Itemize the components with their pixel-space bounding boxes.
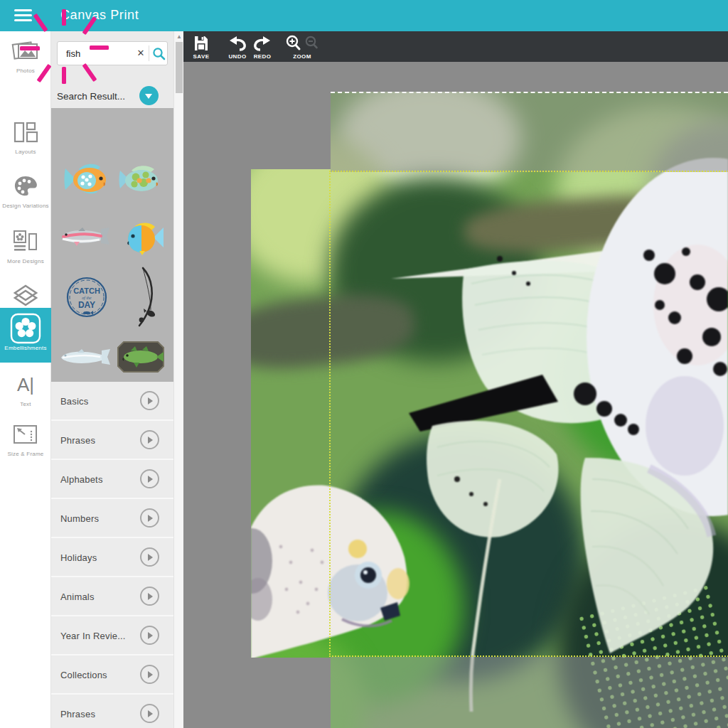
expand-icon[interactable]: [140, 626, 159, 645]
layouts-icon: [0, 118, 51, 146]
category-numbers[interactable]: Numbers: [51, 499, 173, 538]
page-title: Canvas Print: [60, 8, 139, 23]
divider: [149, 46, 149, 61]
canvas-strip-mask: [251, 658, 331, 728]
print-area-guide: [329, 171, 728, 657]
canvas-viewport[interactable]: [183, 62, 728, 728]
canvas-corner-mask: [251, 92, 331, 169]
redo-button[interactable]: REDO: [250, 31, 274, 62]
sidebar-item-label: Design Variations: [0, 203, 51, 209]
sidebar-item-more-designs[interactable]: More Designs: [0, 228, 51, 264]
category-basics[interactable]: Basics: [51, 382, 173, 421]
sidebar-item-embellishments[interactable]: Embellishments: [0, 308, 51, 363]
category-year-in-review[interactable]: Year In Revie...: [51, 616, 173, 655]
annotation-ray-n: [62, 9, 66, 26]
sticker-mounted-bass-plaque[interactable]: [117, 341, 165, 376]
sidebar-item-label: Layouts: [0, 149, 51, 155]
backgrounds-icon: [0, 282, 51, 310]
canvas-photo[interactable]: [251, 92, 728, 728]
category-accordion: Basics Phrases Alphabets Numbers Holiday…: [51, 382, 173, 728]
expand-icon[interactable]: [140, 391, 159, 410]
zoom-in-icon: [287, 36, 299, 49]
canvas-work-area: SAVE UNDO REDO: [183, 31, 728, 728]
sidebar-item-design-variations[interactable]: Design Variations: [0, 172, 51, 209]
embellishments-flower-icon: [0, 314, 51, 343]
sticker-pink-striped-trout[interactable]: [60, 227, 111, 250]
save-button[interactable]: SAVE: [189, 31, 213, 62]
size-frame-icon: [0, 420, 51, 449]
clear-search-icon[interactable]: ✕: [134, 47, 147, 60]
expand-icon[interactable]: [140, 587, 159, 606]
bleed-area-top: [331, 92, 728, 172]
search-icon[interactable]: [152, 47, 166, 63]
text-icon: A|: [17, 372, 34, 397]
expand-icon[interactable]: [140, 430, 159, 449]
category-phrases[interactable]: Phrases: [51, 421, 173, 460]
chevron-down-icon: [145, 94, 152, 102]
category-collections[interactable]: Collections: [51, 655, 173, 695]
menu-icon[interactable]: [14, 9, 32, 22]
zoom-out-icon: [306, 37, 317, 48]
expand-icon[interactable]: [140, 704, 159, 723]
app-header: Canvas Print: [0, 0, 728, 31]
sticker-teal-spotted-fish[interactable]: [119, 162, 163, 199]
redo-icon: [253, 35, 272, 52]
expand-icon[interactable]: [140, 469, 159, 488]
panel-scrollbar[interactable]: ▲: [173, 31, 183, 728]
sticker-orange-spotted-fish[interactable]: [63, 161, 110, 200]
category-alphabets[interactable]: Alphabets: [51, 460, 173, 499]
category-animals[interactable]: Animals: [51, 577, 173, 616]
embellishments-panel: ✕ Search Result...: [51, 31, 183, 728]
search-results-grid: CATCH of the DAY: [51, 108, 173, 382]
sticker-pale-blue-fish[interactable]: [59, 348, 112, 370]
sidebar-item-size-frame[interactable]: Size & Frame: [0, 420, 51, 457]
sticker-orange-blue-fish[interactable]: [118, 219, 164, 259]
undo-button[interactable]: UNDO: [225, 31, 250, 62]
sticker-catch-of-the-day-badge[interactable]: CATCH of the DAY: [63, 274, 110, 323]
sticker-fishing-rod[interactable]: [123, 266, 159, 331]
sidebar-item-layouts[interactable]: Layouts: [0, 118, 51, 155]
scrollbar-thumb[interactable]: [176, 42, 183, 93]
sidebar-item-label: Text: [0, 401, 51, 407]
tool-sidebar: Photos Layouts Design Variations: [0, 31, 51, 728]
undo-icon: [228, 35, 247, 52]
canvas-toolbar: SAVE UNDO REDO: [183, 31, 728, 62]
svg-text:CATCH: CATCH: [73, 287, 100, 295]
annotation-ray-e: [90, 46, 109, 50]
results-header: Search Result...: [57, 91, 125, 102]
more-designs-icon: [0, 228, 51, 256]
save-icon: [193, 35, 210, 52]
svg-text:DAY: DAY: [78, 300, 95, 310]
sidebar-item-photos[interactable]: Photos: [0, 37, 51, 74]
search-box: ✕: [57, 41, 168, 65]
category-phrases-2[interactable]: Phrases: [51, 695, 173, 728]
photos-icon: [0, 37, 51, 65]
palette-icon: [0, 172, 51, 200]
expand-icon[interactable]: [140, 508, 159, 528]
bleed-area-bottom: [331, 657, 728, 728]
sidebar-item-label: More Designs: [0, 258, 51, 264]
sidebar-item-label: Size & Frame: [0, 451, 51, 457]
annotation-ray-w: [20, 46, 40, 50]
sidebar-item-text[interactable]: A| Text: [0, 370, 51, 407]
scroll-up-icon[interactable]: ▲: [174, 33, 184, 40]
category-holidays[interactable]: Holidays: [51, 538, 173, 577]
annotation-ray-s: [62, 67, 66, 84]
expand-icon[interactable]: [140, 547, 159, 567]
collapse-results-button[interactable]: [139, 86, 159, 105]
expand-icon[interactable]: [140, 665, 159, 684]
zoom-controls[interactable]: ZOOM: [283, 31, 321, 62]
sidebar-item-label: Embellishments: [0, 345, 51, 351]
